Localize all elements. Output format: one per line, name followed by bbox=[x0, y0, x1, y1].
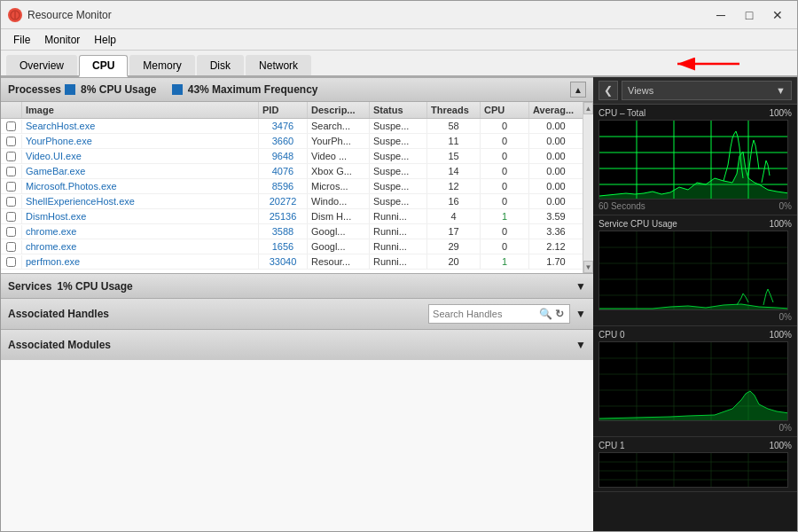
col-threads[interactable]: Threads bbox=[427, 102, 481, 118]
tab-network[interactable]: Network bbox=[246, 55, 311, 75]
row-avg-2: 0.00 bbox=[529, 149, 583, 163]
arrow-indicator bbox=[673, 54, 744, 78]
row-checkbox-0[interactable] bbox=[1, 120, 22, 133]
row-checkbox-3[interactable] bbox=[1, 165, 22, 178]
cpu-total-title: CPU – Total bbox=[598, 108, 645, 118]
scroll-down[interactable]: ▼ bbox=[583, 261, 593, 273]
minimize-button[interactable]: ─ bbox=[708, 5, 733, 25]
search-handles-input[interactable] bbox=[433, 309, 539, 319]
modules-section-header[interactable]: Associated Modules ▼ bbox=[1, 329, 593, 360]
scroll-track[interactable] bbox=[583, 114, 593, 261]
row-desc-5: Windo... bbox=[308, 194, 370, 208]
row-desc-2: Video ... bbox=[308, 149, 370, 163]
row-pid-6: 25136 bbox=[259, 209, 308, 223]
cpu0-chart-section: CPU 0 100% bbox=[593, 326, 797, 437]
col-status[interactable]: Status bbox=[370, 102, 427, 118]
col-pid[interactable]: PID bbox=[259, 102, 308, 118]
row-checkbox-8[interactable] bbox=[1, 240, 22, 254]
service-cpu-chart-section: Service CPU Usage 100% bbox=[593, 215, 797, 326]
row-avg-6: 3.59 bbox=[529, 209, 583, 223]
row-threads-6: 4 bbox=[427, 209, 481, 223]
table-row[interactable]: YourPhone.exe 3660 YourPh... Suspe... 11… bbox=[1, 134, 583, 149]
menu-file[interactable]: File bbox=[6, 32, 37, 48]
close-button[interactable]: ✕ bbox=[765, 5, 790, 25]
cpu-indicator2 bbox=[172, 84, 183, 95]
tab-overview[interactable]: Overview bbox=[6, 55, 77, 75]
tab-disk[interactable]: Disk bbox=[197, 55, 244, 75]
processes-scrollbar[interactable]: ▲ ▼ bbox=[583, 102, 593, 273]
services-collapse-btn[interactable]: ▼ bbox=[575, 280, 586, 293]
processes-label: Processes bbox=[8, 83, 61, 96]
handles-collapse-btn[interactable]: ▼ bbox=[575, 308, 586, 320]
row-pid-1: 3660 bbox=[259, 134, 308, 148]
cpu-indicator bbox=[65, 84, 75, 95]
table-row[interactable]: ShellExperienceHost.exe 20272 Windo... S… bbox=[1, 194, 583, 209]
processes-collapse-btn[interactable]: ▲ bbox=[570, 82, 586, 98]
row-checkbox-9[interactable] bbox=[1, 255, 22, 269]
processes-section-header[interactable]: Processes 8% CPU Usage 43% Maximum Frequ… bbox=[1, 77, 593, 102]
table-row[interactable]: GameBar.exe 4076 Xbox G... Suspe... 14 0… bbox=[1, 164, 583, 179]
search-icon[interactable]: 🔍 bbox=[539, 306, 552, 322]
row-threads-5: 16 bbox=[427, 194, 481, 208]
row-pid-9: 33040 bbox=[259, 254, 308, 269]
row-status-3: Suspe... bbox=[370, 164, 427, 178]
row-checkbox-2[interactable] bbox=[1, 150, 22, 163]
bottom-space bbox=[1, 360, 593, 531]
row-checkbox-1[interactable] bbox=[1, 135, 22, 148]
table-row[interactable]: Video.UI.exe 9648 Video ... Suspe... 15 … bbox=[1, 149, 583, 164]
row-checkbox-6[interactable] bbox=[1, 210, 22, 223]
cpu1-label: CPU 1 100% bbox=[598, 441, 792, 450]
row-avg-8: 2.12 bbox=[529, 239, 583, 254]
row-cpu-5: 0 bbox=[481, 194, 529, 208]
col-desc[interactable]: Descrip... bbox=[308, 102, 370, 118]
cpu-usage-label: 8% CPU Usage bbox=[81, 83, 156, 96]
row-desc-9: Resour... bbox=[308, 254, 370, 269]
row-status-5: Suspe... bbox=[370, 194, 427, 208]
tab-cpu[interactable]: CPU bbox=[79, 55, 128, 77]
col-image[interactable]: Image bbox=[22, 102, 259, 118]
menu-help[interactable]: Help bbox=[87, 32, 123, 48]
row-checkbox-7[interactable] bbox=[1, 225, 22, 239]
modules-collapse-btn[interactable]: ▼ bbox=[575, 339, 586, 351]
table-row[interactable]: Microsoft.Photos.exe 8596 Micros... Susp… bbox=[1, 179, 583, 194]
maximize-button[interactable]: □ bbox=[737, 5, 762, 25]
row-checkbox-5[interactable] bbox=[1, 195, 22, 208]
row-desc-7: Googl... bbox=[308, 224, 370, 239]
handles-section-header[interactable]: Associated Handles 🔍 ↻ ▼ bbox=[1, 298, 593, 329]
row-threads-4: 12 bbox=[427, 179, 481, 193]
row-avg-3: 0.00 bbox=[529, 164, 583, 178]
col-avg[interactable]: Averag... bbox=[529, 102, 583, 118]
menu-monitor[interactable]: Monitor bbox=[37, 32, 87, 48]
cpu0-pct: 0% bbox=[779, 423, 792, 433]
handles-search-box[interactable]: 🔍 ↻ bbox=[428, 304, 570, 324]
row-status-7: Runni... bbox=[370, 224, 427, 239]
table-row[interactable]: SearchHost.exe 3476 Search... Suspe... 5… bbox=[1, 119, 583, 134]
row-avg-7: 3.36 bbox=[529, 224, 583, 239]
table-row[interactable]: DismHost.exe 25136 Dism H... Runni... 4 … bbox=[1, 209, 583, 224]
search-refresh-icon[interactable]: ↻ bbox=[552, 306, 566, 322]
row-pid-0: 3476 bbox=[259, 119, 308, 133]
row-checkbox-4[interactable] bbox=[1, 180, 22, 193]
services-section-header[interactable]: Services 1% CPU Usage ▼ bbox=[1, 273, 593, 298]
col-cpu[interactable]: CPU bbox=[481, 102, 529, 118]
table-row[interactable]: chrome.exe 3588 Googl... Runni... 17 0 3… bbox=[1, 224, 583, 239]
row-status-2: Suspe... bbox=[370, 149, 427, 163]
row-image-9: perfmon.exe bbox=[22, 254, 259, 269]
cpu1-chart-section: CPU 1 100% bbox=[593, 437, 797, 492]
row-avg-9: 1.70 bbox=[529, 254, 583, 269]
tab-memory[interactable]: Memory bbox=[129, 55, 194, 75]
row-pid-4: 8596 bbox=[259, 179, 308, 193]
service-cpu-pct: 0% bbox=[779, 312, 792, 322]
cpu1-canvas bbox=[598, 452, 788, 488]
scroll-up[interactable]: ▲ bbox=[583, 102, 593, 114]
views-label: Views bbox=[628, 85, 653, 96]
row-status-9: Runni... bbox=[370, 254, 427, 269]
table-row[interactable]: perfmon.exe 33040 Resour... Runni... 20 … bbox=[1, 254, 583, 270]
cpu1-title: CPU 1 bbox=[598, 441, 624, 450]
table-row[interactable]: chrome.exe 1656 Googl... Runni... 29 0 2… bbox=[1, 239, 583, 254]
right-panel-header: ❮ Views ▼ bbox=[593, 77, 797, 105]
row-cpu-3: 0 bbox=[481, 164, 529, 178]
views-button[interactable]: Views ▼ bbox=[622, 81, 792, 100]
row-status-4: Suspe... bbox=[370, 179, 427, 193]
nav-back-btn[interactable]: ❮ bbox=[598, 81, 618, 100]
